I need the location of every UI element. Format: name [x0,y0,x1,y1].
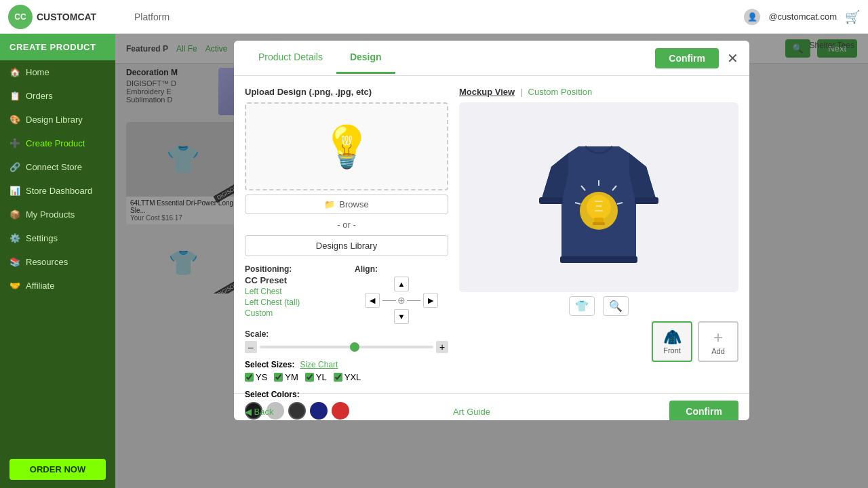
footer-confirm-button[interactable]: Confirm [669,401,738,420]
modal-backdrop: Product Details Design Confirm ✕ Upload … [115,34,868,488]
sizes-section: Select Sizes: Size Chart YS YM YL YXL [245,360,448,382]
align-up-button[interactable]: ▲ [394,277,409,291]
align-center-icon: ⊕ [397,295,406,306]
designs-library-button[interactable]: Designs Library [245,235,448,256]
zoom-icon: 🔍 [609,300,623,312]
positioning-label: Positioning: [245,264,292,274]
size-yxl[interactable]: YXL [334,372,361,382]
front-thumbnail[interactable]: 🧥 Front [652,321,692,362]
sidebar-item-home[interactable]: 🏠 Home [0,60,115,84]
modal-right-panel: Mockup View | Custom Position [459,87,738,382]
user-icon[interactable]: 👤 [744,9,760,25]
main-area: CREATE PRODUCT 🏠 Home 📋 Orders 🎨 Design … [0,34,868,488]
align-divider-h [382,300,396,301]
sidebar-item-label: Design Library [26,115,83,125]
resources-icon: 📚 [9,257,20,267]
sidebar-item-create-product[interactable]: ➕ Create Product [0,131,115,155]
align-h-row: ◀ ⊕ ▶ [365,293,438,308]
modal-close-button[interactable]: ✕ [727,50,738,66]
top-bar: CC CUSTOMCAT Platform 👤 @customcat.com 🛒 [0,0,868,34]
store-dashboard-icon: 📊 [9,186,20,196]
cc-preset: CC Preset [245,275,338,285]
tab-product-details[interactable]: Product Details [245,42,336,74]
front-thumb-icon: 🧥 [663,329,682,346]
top-bar-right: 👤 @customcat.com 🛒 [744,9,860,25]
size-ym[interactable]: YM [274,372,298,382]
color-swatch-red[interactable] [332,402,349,420]
orders-icon: 📋 [9,91,20,101]
sidebar-item-label: Connect Store [26,162,82,172]
left-chest-tall-option[interactable]: Left Chest (tall) [245,298,338,307]
logo-icon: CC [8,5,33,29]
shirt-tool-button[interactable]: 👕 [569,296,595,316]
bulb-icon: 💡 [321,123,372,171]
sizes-label: Select Sizes: [245,360,294,369]
scale-row: – + [245,341,448,353]
sizes-row: YS YM YL YXL [245,372,448,382]
svg-point-4 [587,195,611,220]
mockup-header: Mockup View | Custom Position [459,87,738,97]
scale-section: Scale: – + [245,329,448,353]
scale-plus-button[interactable]: + [436,341,448,353]
sidebar-item-label: Affiliate [26,281,54,291]
add-label: Add [711,347,725,355]
size-ys[interactable]: YS [245,372,267,382]
align-left-button[interactable]: ◀ [365,293,380,308]
create-product-icon: ➕ [9,138,20,148]
front-label: Front [663,346,681,354]
sidebar-item-affiliate[interactable]: 🤝 Affiliate [0,274,115,298]
cart-icon[interactable]: 🛒 [845,9,860,24]
sidebar-item-connect-store[interactable]: 🔗 Connect Store [0,155,115,179]
order-now-button[interactable]: ORDER NOW [9,459,106,480]
logo-area: CC CUSTOMCAT [8,5,123,29]
mockup-tools: 👕 🔍 [459,296,738,316]
header-confirm-button[interactable]: Confirm [655,48,719,68]
tab-design[interactable]: Design [336,42,395,74]
positioning-row: Positioning: CC Preset Left Chest Left C… [245,264,448,324]
back-link[interactable]: ◀ Back [245,407,274,417]
browse-label: Browse [339,199,368,209]
sidebar-item-label: Home [26,67,50,77]
svg-rect-5 [594,218,604,223]
modal: Product Details Design Confirm ✕ Upload … [234,41,749,420]
scale-minus-button[interactable]: – [245,341,257,353]
color-swatch-navy[interactable] [310,402,328,420]
color-swatch-dark[interactable] [288,402,306,420]
sidebar-item-resources[interactable]: 📚 Resources [0,250,115,274]
left-chest-option[interactable]: Left Chest [245,287,338,296]
user-email: @customcat.com [768,12,837,22]
svg-rect-6 [593,222,605,225]
settings-icon: ⚙️ [9,233,20,243]
sidebar-item-design-library[interactable]: 🎨 Design Library [0,108,115,131]
platform-text: Platform [134,12,170,22]
sidebar-item-label: Resources [26,257,68,267]
add-icon: + [713,328,723,347]
align-col: Align: ▲ ◀ [355,264,448,324]
sidebar-item-my-products[interactable]: 📦 My Products [0,203,115,226]
align-down-button[interactable]: ▼ [394,309,409,324]
browse-button[interactable]: 📁 Browse [245,195,448,214]
sidebar-item-orders[interactable]: 📋 Orders [0,84,115,108]
sidebar-item-store-dashboard[interactable]: 📊 Store Dashboard [0,179,115,203]
design-library-icon: 🎨 [9,115,20,125]
mockup-view-link[interactable]: Mockup View [459,87,515,97]
svg-rect-0 [539,197,563,204]
app-wrapper: CC CUSTOMCAT Platform 👤 @customcat.com 🛒… [0,0,868,488]
add-thumbnail[interactable]: + Add [698,321,738,362]
custom-option[interactable]: Custom [245,308,338,318]
upload-box[interactable]: 💡 [245,102,448,190]
zoom-tool-button[interactable]: 🔍 [603,296,629,316]
sidebar: CREATE PRODUCT 🏠 Home 📋 Orders 🎨 Design … [0,34,115,488]
align-divider-h2 [407,300,420,301]
positioning-col: Positioning: CC Preset Left Chest Left C… [245,264,338,324]
scale-slider[interactable] [260,346,433,348]
sidebar-header: CREATE PRODUCT [0,34,115,60]
sidebar-item-settings[interactable]: ⚙️ Settings [0,226,115,250]
size-chart-link[interactable]: Size Chart [300,360,338,369]
custom-position-link[interactable]: Custom Position [528,87,593,97]
scale-label: Scale: [245,329,269,339]
size-yl[interactable]: YL [305,372,327,382]
align-right-button[interactable]: ▶ [423,293,438,308]
sidebar-item-label: Create Product [26,138,85,148]
art-guide-link[interactable]: Art Guide [453,407,490,417]
